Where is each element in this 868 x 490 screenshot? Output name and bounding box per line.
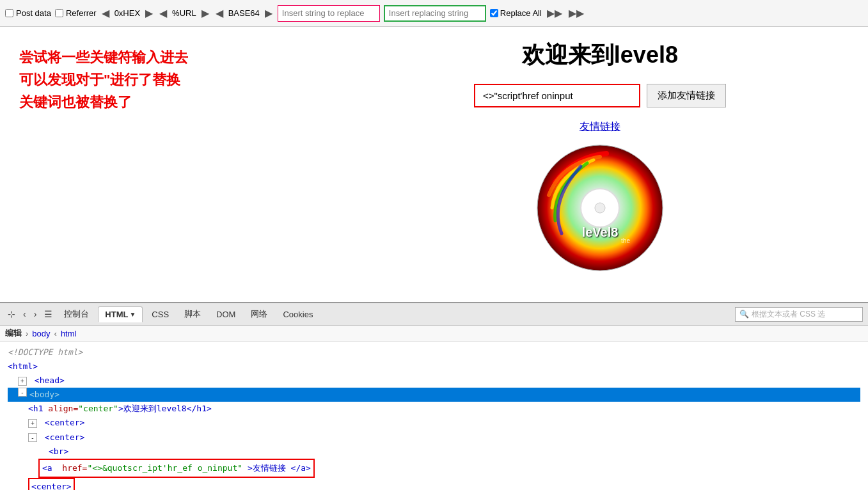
post-data-item: Post data [5,8,51,18]
devtools-forward-btn[interactable]: › [31,308,40,320]
tab-network[interactable]: 网络 [244,306,274,322]
devtools-cursor-btn[interactable]: ⊹ [5,308,18,320]
svg-text:leVel8: leVel8 [582,225,619,239]
cd-image: leVel8 the [536,144,664,272]
code-line-a-href-box: <a href="<>&quotscr_ipt'hr_ef o_ninput" … [38,459,860,478]
devtools-breadcrumb: 编辑 › body ‹ html [0,326,868,342]
friendship-link[interactable]: 友情链接 [580,120,620,134]
expand-body-btn[interactable]: - [18,388,27,397]
replace-arrow-right2[interactable]: ▶▶ [567,7,585,19]
code-line-center2-open: - <center> [8,431,860,445]
referrer-label: Referrer [66,8,97,18]
post-data-label: Post data [16,8,51,18]
code-line-h1: <h1 align="center">欢迎来到level8</h1> [8,402,860,416]
code-line-body[interactable]: - <body> [8,388,860,402]
code-line-center1: + <center> [8,416,860,430]
tab-css[interactable]: CSS [145,307,175,322]
hex-label: 0xHEX [114,8,140,18]
breadcrumb-html[interactable]: html [61,329,77,338]
code-line-html: <html> [8,360,860,374]
referrer-checkbox[interactable] [55,9,63,17]
code-area: <!DOCTYPE html> <html> + <head> - <body>… [0,342,868,490]
referrer-item: Referrer [55,8,97,18]
replace-all-label: Replace All [500,8,542,18]
main-input[interactable] [474,84,640,107]
add-friendship-btn[interactable]: 添加友情链接 [647,84,726,107]
svg-point-4 [595,203,605,213]
devtools-search-box: 🔍 根据文本或者 CSS 选 [735,307,863,322]
code-line-a-href: <br> [49,445,860,459]
expand-center2-btn[interactable]: - [28,433,37,442]
url-arrow-left[interactable]: ◀ [158,7,168,19]
hex-arrow-left[interactable]: ◀ [100,7,111,19]
base64-label: BASE64 [228,8,260,18]
breadcrumb-sep2: ‹ [54,329,57,338]
breadcrumb-body[interactable]: body [32,329,50,338]
main-content: 尝试将一些关键符输入进去 可以发现对于"进行了替换 关键词也被替换了 欢迎来到l… [0,27,868,302]
devtools-list-btn[interactable]: ☰ [42,308,55,320]
insert-string-input[interactable] [278,5,380,22]
toolbar: Post data Referrer ◀ 0xHEX ▶ ◀ %URL ▶ ◀ … [0,0,868,27]
code-html-open: <html> [8,360,38,374]
replace-all-checkbox[interactable] [490,9,498,17]
hex-arrow-right[interactable]: ▶ [144,7,154,19]
url-label: %URL [172,8,196,18]
expand-head-btn[interactable]: + [18,377,27,386]
search-icon: 🔍 [739,310,749,319]
tab-html[interactable]: HTML ▼ [98,306,143,322]
breadcrumb-sep1: › [26,329,28,338]
html-dropdown-arrow: ▼ [129,311,136,318]
tab-console[interactable]: 控制台 [58,306,95,322]
right-panel: 欢迎来到level8 添加友情链接 友情链接 [351,40,849,289]
left-panel: 尝试将一些关键符输入进去 可以发现对于"进行了替换 关键词也被替换了 [19,40,351,289]
base64-arrow-left[interactable]: ◀ [214,7,225,19]
devtools-back-btn[interactable]: ‹ [20,308,29,320]
tab-dom[interactable]: DOM [210,307,242,322]
code-body-open: <body> [29,388,59,402]
insert-replacing-input[interactable] [384,5,486,22]
tab-script[interactable]: 脚本 [178,306,207,322]
expand-center1-btn[interactable]: + [28,419,37,428]
a-href-box: <a href="<>&quotscr_ipt'hr_ef o_ninput" … [38,459,315,478]
code-line-doctype: <!DOCTYPE html> [8,345,860,360]
center-close-box: <center> [28,478,75,490]
svg-text:the: the [621,237,630,244]
replace-arrow-right1[interactable]: ▶▶ [546,7,564,19]
devtools-toolbar: ⊹ ‹ › ☰ 控制台 HTML ▼ CSS 脚本 DOM 网络 Cookies… [0,303,868,326]
input-row: 添加友情链接 [474,84,726,107]
post-data-checkbox[interactable] [5,9,13,17]
search-placeholder: 根据文本或者 CSS 选 [752,309,825,320]
instruction-text: 尝试将一些关键符输入进去 可以发现对于"进行了替换 关键词也被替换了 [19,46,351,114]
devtools-panel: ⊹ ‹ › ☰ 控制台 HTML ▼ CSS 脚本 DOM 网络 Cookies… [0,302,868,490]
tab-cookies[interactable]: Cookies [276,307,319,322]
base64-arrow-right[interactable]: ▶ [264,7,274,19]
breadcrumb-edit: 编辑 [5,328,22,339]
url-arrow-right[interactable]: ▶ [200,7,210,19]
code-line-head: + <head> [8,374,860,388]
cd-svg: leVel8 the [536,144,664,272]
code-head-tag: <head> [35,375,65,385]
page-title: 欢迎来到level8 [522,40,678,71]
replace-all-item: Replace All [490,8,542,18]
code-doctype: <!DOCTYPE html> [8,345,83,360]
code-line-center2-close: <center> [8,478,860,490]
